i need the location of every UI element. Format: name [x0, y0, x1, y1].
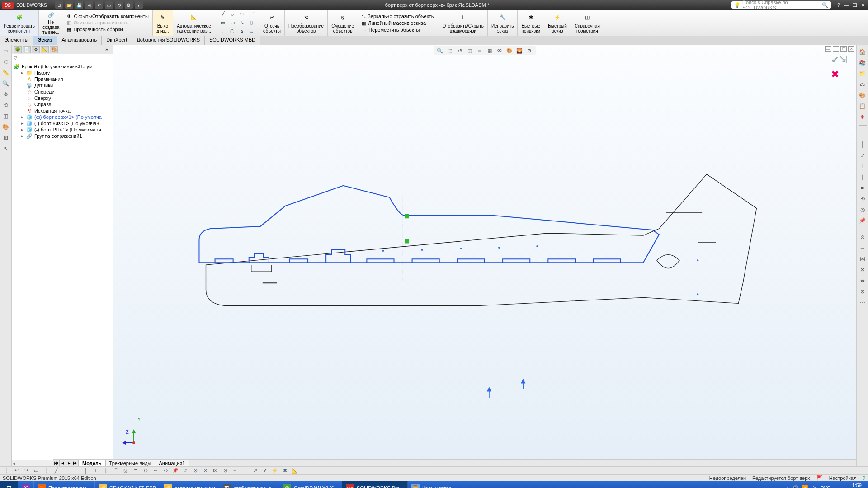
show-relations-button[interactable]: ⊥ Отобразить/Скрыть взаимосвязи	[439, 10, 488, 36]
move-entities-button[interactable]: ↔Переместить объекты	[362, 27, 420, 33]
tab-3d-views[interactable]: Трехмерные виды	[106, 460, 156, 466]
task-folder-1[interactable]: 📁CRACK YAK 55 EPP	[95, 481, 160, 488]
tray-up-icon[interactable]: ▴	[786, 485, 788, 488]
tree-history[interactable]: ▸📁History	[12, 70, 113, 76]
circle-tool-icon[interactable]: ○	[228, 11, 236, 18]
sb-line-icon[interactable]: ╱	[52, 467, 60, 474]
tree-filter[interactable]: ▽	[12, 54, 113, 62]
text-tool-icon[interactable]: A	[238, 28, 246, 35]
rel-merge-icon[interactable]: ⋈	[859, 255, 867, 263]
task-folder-2[interactable]: 📁разгные машинки	[160, 481, 219, 488]
rel-concentric-icon[interactable]: ◎	[859, 206, 867, 214]
tab-addins[interactable]: Добавления SOLIDWORKS	[132, 36, 205, 45]
open-icon[interactable]: 📂	[65, 1, 73, 9]
tab-last-icon[interactable]: ⏭	[72, 460, 79, 466]
panel-tab-config-icon[interactable]: ⚙	[32, 46, 40, 53]
rel-midpoint-icon[interactable]: ↔	[859, 244, 867, 252]
sb-point-icon[interactable]: ·	[62, 467, 70, 474]
rectangle-tool-icon[interactable]: ▭	[219, 19, 227, 27]
close-icon[interactable]: ✕	[860, 2, 866, 8]
task-viber[interactable]: ✆	[18, 481, 34, 488]
rel-horizontal-icon[interactable]: —	[859, 130, 867, 138]
trim-button[interactable]: ✂ Отсечь объекты	[259, 10, 285, 36]
rel-symmetric-icon[interactable]: ⇔	[859, 277, 867, 285]
select-icon[interactable]: ▭	[105, 1, 113, 9]
slot-tool-icon[interactable]: ⬭	[228, 19, 236, 27]
sb-mid-icon[interactable]: ↔	[152, 467, 159, 474]
appearances-tab-icon[interactable]: 🎨	[859, 91, 867, 99]
tree-mates[interactable]: ▸🔗Группа сопряжений1	[12, 133, 113, 139]
tab-animation[interactable]: Анимация1	[155, 460, 189, 466]
panel-tab-feature-icon[interactable]: 🌳	[14, 46, 22, 53]
section-tool-icon[interactable]: ◫	[2, 112, 10, 120]
sb-undo-icon[interactable]: ↶	[13, 467, 20, 474]
maximize-icon[interactable]: 🗖	[852, 2, 858, 8]
tab-prev-icon[interactable]: ◂	[60, 460, 66, 466]
sb-redo-icon[interactable]: ↷	[23, 467, 30, 474]
tab-model[interactable]: Модель	[79, 460, 106, 466]
tree-part-3[interactable]: ▸🧊(-) борт РН<1> (По умолчани	[12, 127, 113, 133]
tree-part-2[interactable]: ▸🧊(-) борт низ<1> (По умолчан	[12, 120, 113, 127]
panel-tab-dim-icon[interactable]: 📐	[41, 46, 49, 53]
plane-tool-icon[interactable]: ▱	[247, 28, 255, 35]
print-icon[interactable]: 🖨	[85, 1, 93, 9]
sb-fix-icon[interactable]: 📌	[172, 467, 179, 474]
sb-corad-icon[interactable]: ⊗	[192, 467, 199, 474]
tab-features[interactable]: Элементы	[0, 36, 33, 45]
rel-perpendicular-icon[interactable]: ⊥	[859, 162, 867, 170]
sb-coin-icon[interactable]: ⊙	[142, 467, 149, 474]
new-icon[interactable]: 🗋	[55, 1, 63, 9]
tray-clock[interactable]: 1:59 17.11.2016	[834, 483, 864, 488]
tray-network-icon[interactable]: 📶	[802, 485, 808, 488]
tree-front-plane[interactable]: ◇Спереди	[12, 89, 113, 95]
help-icon[interactable]: ?	[835, 2, 842, 8]
rel-collinear-icon[interactable]: ⫽	[859, 151, 867, 160]
appearance-tool-icon[interactable]: 🎨	[2, 123, 10, 131]
sb-hor-icon[interactable]: —	[72, 467, 80, 474]
status-customize[interactable]: Настройка	[829, 475, 854, 481]
task-calculator[interactable]: 🧮Калькулятор	[408, 481, 455, 488]
undo-icon[interactable]: ↶	[95, 1, 103, 9]
sb-ver-icon[interactable]: │	[82, 467, 90, 474]
rapid-sketch-button[interactable]: ⚡ Быстрый эскиз	[544, 10, 571, 36]
fillet-tool-icon[interactable]: ⌒	[247, 11, 255, 18]
tray-volume-icon[interactable]: 🔊	[792, 485, 798, 488]
tree-sensors[interactable]: 📡Датчики	[12, 82, 113, 89]
linear-pattern-button[interactable]: ▦Линейный массив эскиза	[362, 20, 426, 26]
tab-sketch[interactable]: Эскиз	[33, 36, 57, 45]
sb-conc-icon[interactable]: ◎	[122, 467, 129, 474]
graphics-viewport[interactable]: — □ ❐ ✕ 🔍 ⬚ ↺ ◫ ⧈ ▦ 👁 🎨 🌄 ⚙ ✔⇲ ✖	[113, 45, 856, 466]
task-corel[interactable]: ◎CorelDRAW X8 (6...	[279, 481, 342, 488]
quick-snaps-button[interactable]: ✱ Быстрые привязки	[518, 10, 544, 36]
sb-tan-icon[interactable]: ⌒	[112, 467, 119, 474]
sb-intersect-icon[interactable]: ✕	[202, 467, 209, 474]
repair-sketch-button[interactable]: 🔧 Исправить эскиз	[488, 10, 518, 36]
rel-fix-icon[interactable]: 📌	[859, 216, 867, 225]
point-tool-icon[interactable]: ·	[219, 28, 227, 35]
offset-button[interactable]: ⎘ Смещение объектов	[328, 10, 358, 36]
status-dropdown-icon[interactable]: ▾	[854, 475, 856, 481]
assembly-opacity-button[interactable]: ▦Прозрачность сборки	[67, 27, 123, 33]
sb-along-y-icon[interactable]: ↑	[241, 467, 249, 474]
status-flag-icon[interactable]: 🚩	[816, 475, 823, 481]
pan-tool-icon[interactable]: ✥	[2, 90, 10, 99]
arc-tool-icon[interactable]: ◠	[238, 11, 246, 18]
sb-along-x-icon[interactable]: →	[231, 467, 239, 474]
rel-pierce-icon[interactable]: ⊗	[859, 287, 867, 296]
sb-par-icon[interactable]: ∥	[102, 467, 109, 474]
spline-tool-icon[interactable]: ∿	[238, 19, 246, 27]
tab-mbd[interactable]: SOLIDWORKS MBD	[205, 36, 260, 45]
tray-action-icon[interactable]: 🏳	[812, 485, 817, 488]
select-tool-icon[interactable]: ▭	[2, 47, 10, 55]
rel-parallel-icon[interactable]: ∥	[859, 173, 867, 181]
edit-component-button[interactable]: 🧩 Редактировать компонент	[0, 10, 39, 36]
sb-more-icon[interactable]: ⋯	[301, 467, 308, 474]
change-opacity-button[interactable]: ◧Изменить прозрачность	[67, 20, 128, 26]
view-triad[interactable]: Y Z	[127, 429, 145, 448]
options-icon[interactable]: ⚙	[125, 1, 133, 9]
sketch-canvas[interactable]	[113, 45, 856, 444]
save-icon[interactable]: 💾	[75, 1, 83, 9]
reference-geometry-button[interactable]: ◫ Справочная геометрия	[571, 10, 604, 36]
start-button[interactable]: ⊞	[0, 481, 18, 488]
tray-lang[interactable]: РУС	[821, 485, 830, 488]
